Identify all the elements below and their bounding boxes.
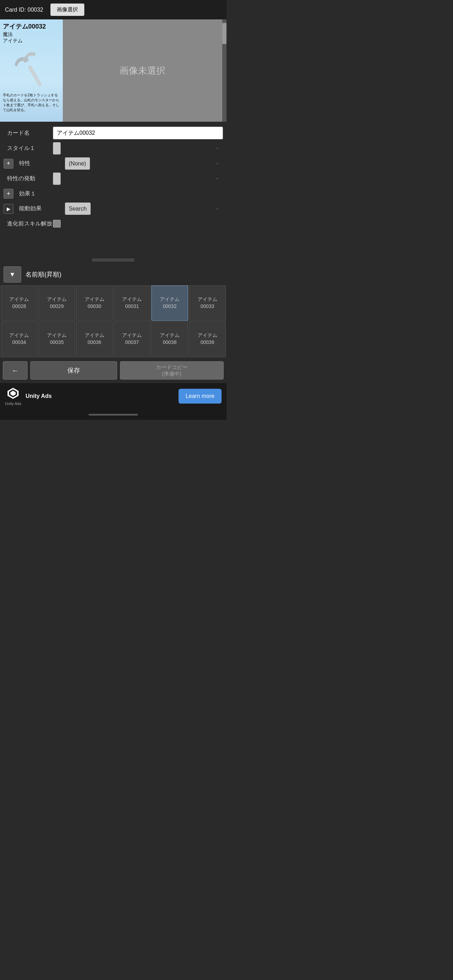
card-description: 手札のカードを2枚トラッシュするなら使える。山札のモンスターから１枚まで選び、手… [3, 93, 60, 113]
unity-logo-area: Unity Ads [5, 387, 21, 406]
divider-line-1 [92, 259, 134, 259]
grid-card-00029[interactable]: アイテム00029 [38, 285, 75, 321]
trait-trigger-select-wrapper [53, 172, 223, 185]
svg-rect-0 [27, 65, 42, 86]
grid-card-00031[interactable]: アイテム00031 [114, 285, 151, 321]
image-select-button[interactable]: 画像選択 [51, 3, 84, 16]
ads-text-area: Unity Ads [25, 393, 174, 399]
ads-title: Unity Ads [25, 393, 51, 399]
card-preview: アイテム00032 魔法 アイテム 手札のカードを2枚トラッシュするなら使える。… [0, 19, 63, 122]
grid-card-00030[interactable]: アイテム00030 [76, 285, 113, 321]
active-effect-label: 能動効果 [16, 205, 65, 212]
style1-select[interactable] [53, 142, 61, 154]
effect1-label: 効果１ [16, 190, 65, 197]
grid-card-00033[interactable]: アイテム00033 [189, 285, 226, 321]
grid-card-00035[interactable]: アイテム00035 [38, 321, 75, 356]
grid-card-00038[interactable]: アイテム00038 [151, 321, 188, 356]
evolution-label: 進化前スキル解放 [3, 220, 53, 228]
ads-banner: Unity Ads Unity Ads Learn more [0, 383, 227, 409]
sort-label: 名前順(昇順) [25, 270, 61, 279]
style1-select-wrapper [53, 142, 223, 154]
sort-bar: ▼ 名前順(昇順) [0, 264, 227, 285]
unity-logo-icon [6, 387, 20, 400]
card-name-label: カード名 [3, 129, 53, 137]
divider-line-2 [92, 259, 134, 260]
home-indicator [0, 409, 227, 420]
style1-row: スタイル１ [0, 141, 227, 156]
trait-plus-button[interactable]: + [3, 159, 13, 169]
form-spacer [0, 231, 227, 252]
back-button[interactable]: ← [3, 361, 27, 380]
copy-label: カードコピー(準備中) [156, 364, 188, 377]
effect1-row: + 効果１ [0, 186, 227, 201]
sort-dropdown-icon: ▼ [9, 271, 16, 278]
save-button[interactable]: 保存 [30, 361, 117, 380]
active-effect-select-wrapper: Search [65, 202, 223, 215]
trait-trigger-row: 特性の発動 [0, 171, 227, 186]
grid-card-00032[interactable]: アイテム00032 [151, 285, 188, 321]
home-bar [89, 414, 138, 415]
no-image-area: 画像未選択 [63, 19, 222, 122]
grid-card-00037[interactable]: アイテム00037 [114, 321, 151, 356]
sort-dropdown-button[interactable]: ▼ [3, 266, 21, 283]
evolution-checkbox[interactable] [53, 220, 61, 228]
active-effect-row: ▶ 能動効果 Search [0, 201, 227, 216]
trait-row: + 特性 (None) [0, 156, 227, 171]
no-image-text: 画像未選択 [119, 65, 165, 77]
trait-label: 特性 [16, 160, 65, 167]
card-name-row: カード名 [0, 125, 227, 141]
card-grid: アイテム00028 アイテム00029 アイテム00030 アイテム00031 … [0, 285, 227, 357]
card-name-input[interactable] [53, 127, 223, 139]
action-bar: ← 保存 カードコピー(準備中) [0, 357, 227, 383]
trait-select-wrapper: (None) [65, 158, 223, 170]
divider-line-3 [92, 261, 134, 261]
active-effect-select[interactable]: Search [65, 202, 91, 215]
divider-bar [0, 256, 227, 264]
scrollbar-thumb[interactable] [222, 23, 227, 44]
trait-trigger-select[interactable] [53, 172, 61, 185]
scrollbar-track[interactable] [222, 19, 227, 122]
card-preview-title: アイテム00032 [3, 22, 60, 31]
active-effect-play-button[interactable]: ▶ [3, 204, 13, 214]
effect1-plus-button[interactable]: + [3, 189, 13, 199]
card-id-label: Card ID: 00032 [5, 7, 43, 13]
top-bar: Card ID: 00032 画像選択 [0, 0, 227, 19]
evolution-row: 進化前スキル解放 [0, 216, 227, 231]
style1-label: スタイル１ [3, 145, 53, 152]
trait-select[interactable]: (None) [65, 158, 90, 170]
card-image-area [3, 46, 60, 91]
preview-area: アイテム00032 魔法 アイテム 手札のカードを2枚トラッシュするなら使える。… [0, 19, 227, 122]
ads-brand-label: Unity Ads [5, 401, 21, 406]
divider-lines [92, 259, 134, 261]
card-type-line1: 魔法 [3, 32, 60, 38]
back-icon: ← [12, 366, 19, 375]
pickaxe-icon [12, 47, 51, 90]
trait-trigger-label: 特性の発動 [3, 175, 53, 182]
grid-card-00036[interactable]: アイテム00036 [76, 321, 113, 356]
copy-button[interactable]: カードコピー(準備中) [120, 361, 224, 380]
card-type-line2: アイテム [3, 38, 60, 44]
learn-more-button[interactable]: Learn more [178, 389, 222, 404]
grid-card-00034[interactable]: アイテム00034 [1, 321, 38, 356]
form-section: カード名 スタイル１ + 特性 (None) 特性の発動 + 効果 [0, 122, 227, 256]
grid-card-00028[interactable]: アイテム00028 [1, 285, 38, 321]
grid-card-00039[interactable]: アイテム00039 [189, 321, 226, 356]
